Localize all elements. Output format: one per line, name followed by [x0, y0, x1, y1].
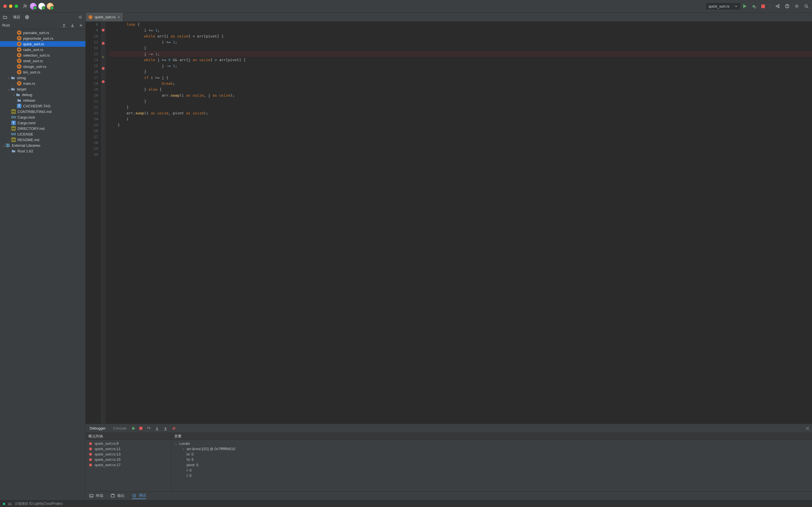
chevron-down-icon: [734, 4, 738, 8]
breakpoint-item[interactable]: quick_sort.rs:17: [86, 462, 171, 467]
connection-status-icon: [3, 503, 5, 505]
output-tab[interactable]: 输出: [110, 493, 124, 499]
stop-debug-button[interactable]: [139, 427, 142, 430]
tree-item[interactable]: ⌄target: [0, 86, 86, 92]
tree-item[interactable]: Rshell_sort.rs: [0, 58, 86, 64]
code-editor[interactable]: 8910111213141516171819202122232425262728…: [86, 21, 812, 424]
add-icon[interactable]: [79, 23, 83, 27]
tree-item[interactable]: TCargo.toml: [0, 120, 86, 126]
tree-item[interactable]: GOLICENSE: [0, 131, 86, 137]
help-icon[interactable]: [785, 4, 790, 8]
svg-point-2: [776, 6, 777, 7]
breakpoint-marker[interactable]: [102, 42, 105, 45]
tree-item[interactable]: Rpigeonhole_sort.rs: [0, 36, 86, 41]
tree-item-label: DIRECTORY.md: [17, 126, 45, 131]
breakpoints-list[interactable]: quick_sort.rs:9quick_sort.rs:11quick_sor…: [86, 440, 171, 491]
breakpoint-marker[interactable]: [102, 80, 105, 83]
tree-item[interactable]: Rust 1.62: [0, 148, 86, 154]
tree-item[interactable]: TCACHEDIR.TAG: [0, 103, 86, 109]
step-into-icon[interactable]: [155, 426, 159, 431]
window-close-button[interactable]: [3, 4, 7, 8]
run-button[interactable]: [743, 4, 747, 8]
tree-item-label: quick_sort.rs: [23, 42, 44, 46]
avatar[interactable]: [30, 3, 37, 10]
tree-item[interactable]: Rpancake_sort.rs: [0, 30, 86, 36]
file-tree[interactable]: Rpancake_sort.rsRpigeonhole_sort.rsRquic…: [0, 29, 86, 500]
breakpoint-marker[interactable]: [102, 67, 105, 70]
breakpoint-item[interactable]: quick_sort.rs:15: [86, 457, 171, 462]
editor-column: 8910111213141516171819202122232425262728…: [86, 21, 812, 500]
tree-item[interactable]: GOCargo.lock: [0, 114, 86, 120]
tree-item[interactable]: ›debug: [0, 92, 86, 98]
tree-item[interactable]: MDCONTRIBUTING.md: [0, 109, 86, 114]
tree-item[interactable]: Rtim_sort.rs: [0, 69, 86, 75]
upload-icon[interactable]: [62, 23, 66, 27]
debug-tabs: Debugger Console: [86, 424, 812, 433]
code-content[interactable]: loop { i += 1; while arr[i as usize] < a…: [105, 21, 812, 424]
debugger-tab[interactable]: Debugger: [88, 426, 107, 431]
scope-label: Locals: [179, 441, 190, 446]
variable-item[interactable]: hi: 5: [171, 457, 812, 462]
svg-rect-13: [90, 494, 93, 497]
settings-icon[interactable]: [795, 4, 799, 8]
output-label: 输出: [117, 493, 124, 498]
variable-item[interactable]: lo: 0: [171, 452, 812, 457]
window-minimize-button[interactable]: [9, 4, 12, 8]
tree-item[interactable]: ›string: [0, 75, 86, 80]
debug-tab[interactable]: 调试: [132, 493, 146, 499]
breakpoint-item[interactable]: quick_sort.rs:9: [86, 441, 171, 446]
project-root-label: Rust: [2, 23, 10, 27]
stop-button[interactable]: [761, 4, 765, 8]
tree-item[interactable]: MDDIRECTORY.md: [0, 126, 86, 131]
close-debug-panel-icon[interactable]: [805, 426, 810, 431]
search-icon[interactable]: [804, 4, 809, 8]
breakpoint-item[interactable]: quick_sort.rs:13: [86, 452, 171, 457]
variable-item[interactable]: i: 5: [171, 473, 812, 478]
variables-list[interactable]: ⌄Locals›arr:&mut [i32] @ 0x7fffffffd510l…: [171, 440, 812, 491]
tree-item[interactable]: Rmain.rs: [0, 80, 86, 86]
tree-item[interactable]: ⌄External Libraries: [0, 143, 86, 148]
breakpoint-label: quick_sort.rs:17: [95, 463, 121, 467]
step-out-icon[interactable]: [163, 426, 168, 431]
disable-breakpoints-icon[interactable]: [172, 426, 176, 431]
debug-label: 调试: [139, 493, 146, 498]
console-tab[interactable]: Console: [111, 426, 128, 431]
project-icon[interactable]: [3, 15, 7, 19]
avatar[interactable]: [38, 3, 45, 10]
terminal-tab[interactable]: 终端: [89, 493, 103, 499]
step-over-icon[interactable]: [146, 426, 151, 431]
resume-button[interactable]: [132, 427, 135, 430]
add-collaborator-icon[interactable]: [23, 4, 28, 8]
collapse-sidebar-icon[interactable]: [78, 15, 83, 19]
collaborators: [30, 3, 54, 10]
run-config-selector[interactable]: quick_sort.rs: [705, 2, 741, 10]
debug-button[interactable]: [752, 4, 756, 8]
variable-text: i: 5: [187, 473, 192, 478]
tree-item[interactable]: MDREADME.md: [0, 137, 86, 143]
svg-point-4: [778, 7, 779, 8]
editor-tab[interactable]: quick_sort.rs ×: [86, 13, 123, 21]
web-icon[interactable]: [25, 15, 29, 19]
window-maximize-button[interactable]: [15, 4, 18, 8]
variable-item[interactable]: i: 0: [171, 467, 812, 473]
variable-item[interactable]: pivot: 5: [171, 462, 812, 467]
close-tab-icon[interactable]: ×: [118, 15, 120, 19]
download-icon[interactable]: [70, 23, 75, 27]
tree-item-label: stooge_sort.rs: [23, 64, 46, 69]
avatar[interactable]: [47, 3, 54, 10]
breakpoint-item[interactable]: quick_sort.rs:11: [86, 446, 171, 452]
variable-item[interactable]: ›arr:&mut [i32] @ 0x7fffffffd510: [171, 446, 812, 452]
tree-item[interactable]: Rstooge_sort.rs: [0, 64, 86, 69]
tree-item[interactable]: Rquick_sort.rs: [0, 41, 86, 47]
tree-item[interactable]: release: [0, 98, 86, 103]
tree-item-label: CONTRIBUTING.md: [17, 110, 52, 114]
sidebar-header: Rust: [0, 21, 86, 29]
breakpoint-gutter[interactable]: ▷: [101, 21, 105, 424]
tree-item-label: main.rs: [23, 81, 35, 86]
variables-scope[interactable]: ⌄Locals: [171, 441, 812, 446]
tree-item[interactable]: Rradix_sort.rs: [0, 47, 86, 52]
tree-item-label: Cargo.lock: [17, 115, 35, 119]
breakpoint-marker[interactable]: [102, 29, 105, 32]
tree-item[interactable]: Rselection_sort.rs: [0, 52, 86, 58]
share-icon[interactable]: [775, 4, 780, 8]
